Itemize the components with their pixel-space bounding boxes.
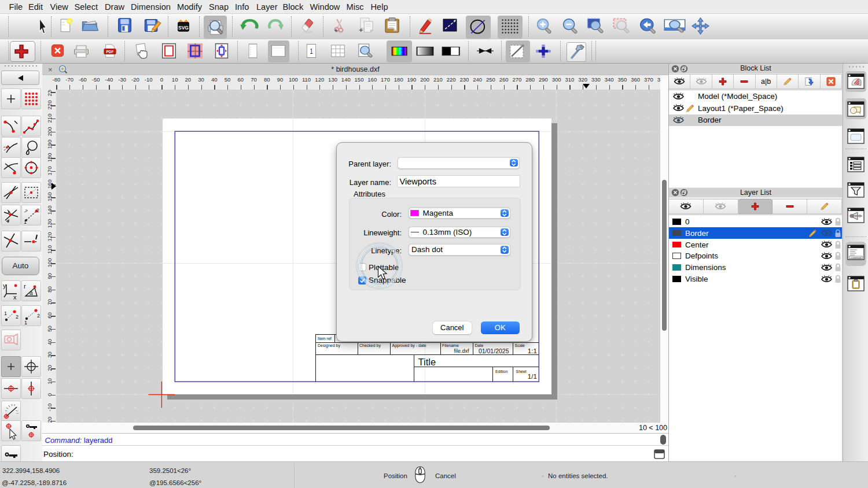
svg-text:01/01/2025: 01/01/2025 [479, 347, 509, 354]
svg-text:2: 2 [16, 314, 19, 320]
svg-text:Designed by: Designed by [318, 343, 340, 348]
svg-text:2: 2 [36, 208, 39, 213]
svg-text:2: 2 [37, 313, 40, 319]
svg-text:1: 1 [310, 47, 312, 55]
svg-text:1: 1 [24, 320, 27, 326]
svg-text:1: 1 [4, 310, 7, 316]
svg-text:1/1: 1/1 [528, 373, 537, 380]
svg-text:SVG: SVG [178, 24, 189, 31]
svg-text:PDF: PDF [106, 50, 113, 54]
svg-text:file.dxf: file.dxf [454, 348, 469, 354]
svg-text:Item ref: Item ref [318, 337, 332, 341]
svg-text:1: 1 [24, 219, 27, 225]
svg-text:Edition: Edition [495, 369, 508, 374]
svg-text:r: r [24, 283, 26, 290]
svg-text:c:command: c:command [851, 257, 862, 259]
svg-text:Checked by: Checked by [359, 343, 381, 348]
svg-text:Sheet: Sheet [516, 369, 527, 374]
svg-text:Filename: Filename [442, 343, 459, 347]
svg-text:Title: Title [418, 357, 436, 367]
svg-text:a: a [30, 290, 33, 296]
svg-text:x: x [13, 294, 17, 301]
svg-text:Scale: Scale [515, 343, 525, 347]
svg-text:y: y [3, 282, 6, 289]
svg-text:Approved by - date: Approved by - date [392, 343, 426, 348]
svg-text:1:1: 1:1 [528, 347, 537, 354]
